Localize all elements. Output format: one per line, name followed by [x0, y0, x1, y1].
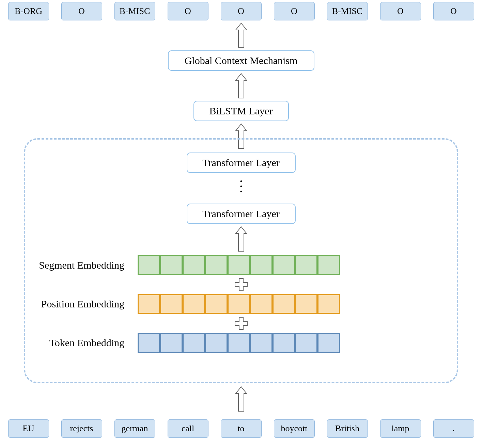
input-token: german: [114, 419, 155, 438]
input-tokens-row: EU rejects german call to boycott Britis…: [0, 419, 482, 438]
output-tag: O: [61, 2, 102, 20]
plus-icon: [234, 316, 249, 331]
output-tag: B-ORG: [8, 2, 49, 20]
token-embedding-label: Token Embedding: [29, 337, 124, 349]
input-token: EU: [8, 419, 49, 438]
input-token: British: [327, 419, 368, 438]
output-tag: O: [221, 2, 262, 20]
arrow-up-icon: [234, 72, 248, 99]
vertical-ellipsis-icon: [240, 180, 242, 192]
output-tag: O: [433, 2, 474, 20]
output-tags-row: B-ORG O B-MISC O O O B-MISC O O: [0, 2, 482, 20]
segment-embedding-row: [138, 255, 340, 275]
segment-embedding-label: Segment Embedding: [29, 259, 124, 271]
output-tag: B-MISC: [327, 2, 368, 20]
transformer-layer-top: Transformer Layer: [187, 153, 296, 173]
arrow-up-icon: [234, 225, 248, 253]
input-token: rejects: [61, 419, 102, 438]
output-tag: O: [168, 2, 208, 20]
output-tag: O: [380, 2, 421, 20]
token-embedding-row: [138, 333, 340, 353]
input-token: lamp: [380, 419, 421, 438]
output-tag: O: [274, 2, 315, 20]
input-token: to: [221, 419, 262, 438]
position-embedding-row: [138, 294, 340, 314]
input-token: boycott: [274, 419, 315, 438]
global-context-layer: Global Context Mechanism: [168, 50, 314, 71]
arrow-up-icon: [234, 385, 248, 413]
input-token: call: [168, 419, 208, 438]
bilstm-layer: BiLSTM Layer: [193, 101, 289, 121]
input-token: .: [433, 419, 474, 438]
output-tag: B-MISC: [114, 2, 155, 20]
plus-icon: [234, 277, 249, 292]
transformer-layer-bottom: Transformer Layer: [187, 204, 296, 224]
arrow-up-icon: [234, 22, 248, 49]
position-embedding-label: Position Embedding: [29, 298, 124, 310]
